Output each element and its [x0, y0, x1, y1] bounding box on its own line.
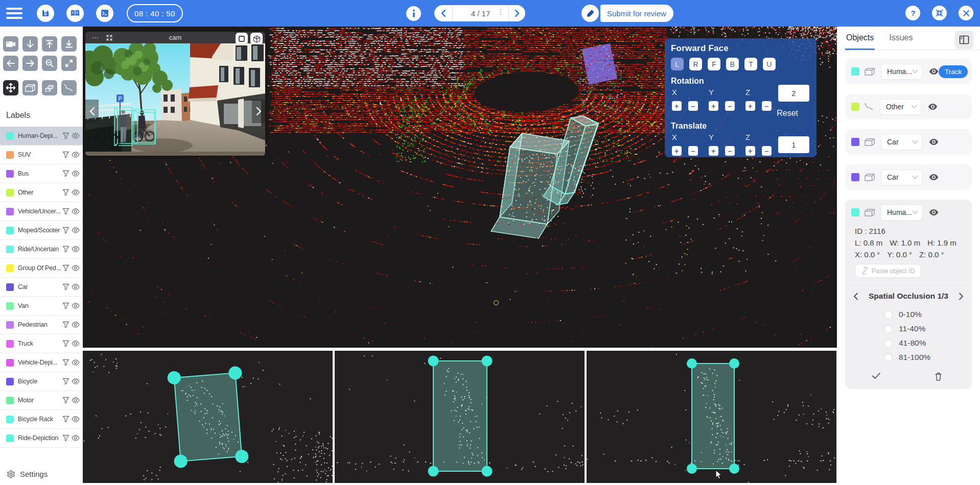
tool-button-arrow-to-bottom[interactable]: [61, 36, 77, 52]
filter-icon[interactable]: [62, 340, 70, 347]
object-class-dropdown[interactable]: Other: [880, 99, 921, 115]
confirm-attributes-button[interactable]: [872, 372, 881, 381]
label-row[interactable]: Vehicle/Uncer...: [0, 202, 83, 221]
object-visibility-eye-icon[interactable]: [929, 174, 939, 181]
rotation-step-input[interactable]: 2: [778, 85, 809, 102]
minus-button[interactable]: –: [762, 146, 772, 156]
visibility-eye-icon[interactable]: [72, 378, 80, 384]
visibility-eye-icon[interactable]: [72, 152, 80, 158]
lidar-3d-viewport[interactable]: ⋯ cam: [83, 27, 837, 348]
label-row[interactable]: Other: [0, 183, 83, 202]
visibility-eye-icon[interactable]: [72, 303, 80, 309]
tool-button-zoom-out[interactable]: [42, 56, 57, 71]
tool-button-cuboid-stack[interactable]: [42, 80, 57, 95]
object-visibility-eye-icon[interactable]: [928, 103, 938, 110]
plus-button[interactable]: +: [672, 101, 682, 111]
hamburger-menu-icon[interactable]: [6, 8, 22, 19]
pip-menu-ellipsis-icon[interactable]: ⋯: [92, 36, 99, 39]
ortho-view-top[interactable]: [587, 351, 836, 483]
label-row[interactable]: Vehicle-Depi...: [0, 353, 83, 372]
tab[interactable]: Issues: [888, 33, 914, 50]
visibility-eye-icon[interactable]: [72, 246, 80, 252]
object-class-dropdown[interactable]: Car: [881, 134, 922, 150]
face-button[interactable]: T: [744, 58, 757, 70]
tool-button-arrow-to-top[interactable]: [42, 36, 57, 52]
label-row[interactable]: Bicycle Rack: [0, 410, 83, 429]
label-row[interactable]: Ride/Uncertain: [0, 240, 83, 259]
visibility-eye-icon[interactable]: [72, 359, 80, 366]
visibility-eye-icon[interactable]: [72, 397, 80, 403]
tool-button-arrow-right[interactable]: [22, 56, 38, 71]
pip-next-image-button[interactable]: [252, 100, 265, 123]
fullscreen-toggle-button[interactable]: [932, 6, 947, 20]
track-badge[interactable]: Track: [939, 65, 968, 78]
occlusion-option[interactable]: 41-80%: [884, 336, 966, 350]
filter-icon[interactable]: [62, 189, 70, 196]
visibility-eye-icon[interactable]: [72, 265, 80, 271]
label-row[interactable]: SUV: [0, 146, 83, 164]
translate-step-input[interactable]: 1: [778, 136, 809, 153]
minus-button[interactable]: –: [688, 101, 698, 111]
help-button[interactable]: ?: [905, 6, 920, 20]
occlusion-option[interactable]: 0-10%: [884, 307, 966, 322]
visibility-eye-icon[interactable]: [72, 416, 80, 422]
previous-frame-button[interactable]: [434, 5, 453, 21]
label-row[interactable]: Bus: [0, 164, 83, 183]
tool-button-spline[interactable]: [61, 80, 77, 95]
filter-icon[interactable]: [62, 359, 70, 366]
label-row[interactable]: Pedestrian: [0, 316, 83, 334]
filter-icon[interactable]: [62, 378, 70, 385]
radio-button[interactable]: [884, 325, 893, 333]
panel-toggle-button[interactable]: [955, 31, 973, 49]
face-button[interactable]: L: [671, 58, 684, 70]
tool-button-resize-diagonal[interactable]: [61, 56, 77, 71]
filter-icon[interactable]: [62, 132, 70, 139]
label-row[interactable]: Truck: [0, 334, 83, 353]
paste-object-id-button[interactable]: Paste object ID: [855, 264, 921, 278]
radio-button[interactable]: [884, 310, 893, 319]
label-row[interactable]: Group Of Ped...: [0, 259, 83, 278]
face-button[interactable]: U: [763, 58, 776, 70]
filter-icon[interactable]: [62, 321, 70, 328]
attribute-next-button[interactable]: [956, 293, 966, 300]
object-visibility-eye-icon[interactable]: [929, 209, 939, 216]
occlusion-option[interactable]: 11-40%: [884, 322, 966, 336]
minus-button[interactable]: –: [725, 146, 735, 156]
filter-icon[interactable]: [62, 397, 70, 404]
visibility-eye-icon[interactable]: [72, 284, 80, 290]
face-button[interactable]: R: [689, 58, 702, 70]
info-button[interactable]: [406, 6, 421, 21]
object-card[interactable]: Other: [845, 94, 972, 119]
tool-button-video-camera[interactable]: [3, 36, 18, 52]
radio-button[interactable]: [884, 339, 893, 348]
pip-fullscreen-icon[interactable]: [106, 35, 112, 41]
filter-icon[interactable]: [62, 151, 70, 158]
filter-icon[interactable]: [62, 283, 70, 290]
filter-icon[interactable]: [62, 227, 70, 234]
filter-icon[interactable]: [62, 170, 70, 177]
topbar-action-button[interactable]: [96, 5, 113, 22]
object-visibility-eye-icon[interactable]: [929, 138, 939, 146]
topbar-action-button[interactable]: [37, 5, 54, 22]
object-class-dropdown[interactable]: Huma...: [881, 64, 922, 80]
plus-button[interactable]: +: [709, 146, 718, 156]
settings-button[interactable]: Settings: [0, 463, 83, 485]
tool-button-arrow-left[interactable]: [3, 56, 18, 71]
camera-image[interactable]: P: [85, 43, 265, 156]
submit-for-review-button[interactable]: Submit for review: [581, 5, 673, 22]
object-card[interactable]: Car: [845, 164, 972, 190]
object-class-dropdown[interactable]: Huma...: [881, 205, 922, 221]
plus-button[interactable]: +: [745, 146, 755, 156]
pip-prev-image-button[interactable]: [85, 100, 99, 123]
filter-icon[interactable]: [62, 302, 70, 309]
ortho-view-side[interactable]: [335, 351, 585, 483]
label-row[interactable]: Ride-Depiction: [0, 429, 83, 448]
face-button[interactable]: B: [726, 58, 739, 70]
filter-icon[interactable]: [62, 246, 70, 253]
frame-menu-kebab-icon[interactable]: ⋮: [497, 10, 504, 14]
delete-object-button[interactable]: [935, 372, 942, 381]
visibility-eye-icon[interactable]: [72, 133, 80, 139]
filter-icon[interactable]: [62, 434, 70, 442]
label-row[interactable]: Motor: [0, 391, 83, 410]
tool-button-arrow-down[interactable]: [22, 36, 38, 52]
